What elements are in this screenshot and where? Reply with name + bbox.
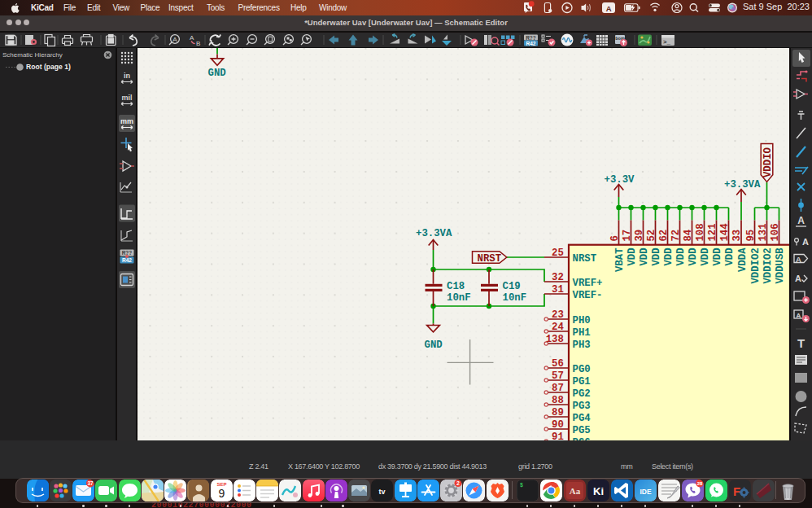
svg-text:89: 89 — [552, 407, 564, 418]
svg-text:VDDIO: VDDIO — [762, 147, 774, 177]
svg-text:91: 91 — [552, 431, 564, 440]
svg-text:39: 39 — [634, 230, 645, 242]
svg-text:PH1: PH1 — [573, 327, 591, 339]
svg-text:in: in — [124, 72, 130, 80]
svg-text:A: A — [795, 274, 801, 283]
svg-text:6: 6 — [609, 235, 621, 241]
svg-text:VDD: VDD — [700, 247, 711, 265]
svg-text:52: 52 — [646, 230, 657, 242]
svg-text:NRST: NRST — [478, 253, 502, 265]
svg-text:PG1: PG1 — [573, 376, 591, 388]
svg-text:A: A — [796, 255, 801, 264]
svg-text:VDDA: VDDA — [737, 247, 749, 272]
svg-text:VBAT: VBAT — [614, 247, 626, 272]
svg-text:121: 121 — [707, 223, 718, 241]
svg-text:57: 57 — [552, 370, 564, 382]
svg-text:PG4: PG4 — [573, 413, 592, 424]
svg-text:PG3: PG3 — [573, 401, 591, 412]
svg-text:VDD: VDD — [675, 247, 687, 265]
svg-text:2: 2 — [456, 480, 460, 486]
svg-text:87: 87 — [552, 383, 564, 394]
svg-text:B: B — [196, 40, 200, 47]
svg-text:A: A — [802, 237, 809, 247]
svg-text:A: A — [797, 215, 805, 226]
svg-text:Aa: Aa — [569, 486, 580, 496]
svg-text:>_: >_ — [663, 39, 671, 46]
svg-text:108: 108 — [695, 223, 706, 241]
svg-text:$: $ — [520, 483, 523, 488]
svg-text:25: 25 — [552, 247, 564, 259]
svg-text:144: 144 — [719, 223, 731, 242]
svg-text:9: 9 — [218, 487, 225, 500]
svg-text:A: A — [797, 312, 801, 319]
svg-text:mm: mm — [120, 117, 133, 125]
svg-text:VREF+: VREF+ — [573, 278, 603, 289]
svg-text:IDE: IDE — [640, 488, 652, 496]
svg-text:VDDUSB: VDDUSB — [775, 247, 786, 284]
svg-text:72: 72 — [670, 230, 682, 242]
svg-text:VREF-: VREF- — [573, 290, 603, 301]
svg-text:95: 95 — [745, 230, 757, 242]
svg-text:A: A — [172, 36, 177, 43]
svg-text:mil: mil — [121, 94, 132, 102]
svg-text:tv: tv — [379, 488, 386, 496]
svg-text:PH3: PH3 — [573, 339, 591, 351]
svg-text:PG0: PG0 — [573, 364, 591, 375]
svg-text:R??: R?? — [122, 250, 133, 256]
svg-text:VDD: VDD — [663, 247, 674, 265]
svg-text:62: 62 — [658, 230, 670, 242]
svg-text:VDD: VDD — [724, 247, 736, 265]
svg-text:31: 31 — [552, 284, 564, 296]
svg-text:VDD: VDD — [626, 247, 638, 265]
svg-text:23: 23 — [552, 309, 564, 321]
svg-text:+3.3V: +3.3V — [605, 174, 635, 186]
svg-text:28: 28 — [696, 481, 702, 486]
svg-text:33: 33 — [731, 230, 743, 242]
svg-text:37: 37 — [87, 480, 94, 486]
svg-text:+3.3VA: +3.3VA — [416, 228, 452, 239]
svg-text:10nF: 10nF — [447, 292, 471, 304]
svg-text:C19: C19 — [503, 281, 521, 292]
svg-text:PG5: PG5 — [573, 425, 591, 436]
svg-text:R42: R42 — [526, 41, 536, 46]
svg-text:A: A — [190, 34, 194, 42]
svg-text:17: 17 — [622, 230, 633, 242]
svg-text:VDD: VDD — [639, 247, 650, 265]
svg-text:VDD: VDD — [712, 247, 723, 265]
svg-text:32: 32 — [552, 272, 564, 283]
svg-text:C18: C18 — [447, 281, 465, 292]
svg-text:VDD: VDD — [688, 247, 699, 265]
svg-text:A: A — [606, 4, 612, 13]
svg-text:GND: GND — [425, 339, 443, 351]
svg-text:PG2: PG2 — [573, 388, 591, 400]
svg-text:Ki: Ki — [593, 485, 604, 497]
svg-text:VDDIO2: VDDIO2 — [750, 247, 762, 283]
svg-text:24: 24 — [552, 322, 564, 333]
svg-text:106: 106 — [770, 223, 781, 241]
svg-text:88: 88 — [552, 395, 564, 406]
svg-text:138: 138 — [546, 334, 564, 345]
svg-text:GND: GND — [208, 68, 226, 79]
svg-text:R??: R?? — [526, 35, 536, 41]
svg-text:R42: R42 — [122, 257, 132, 263]
svg-text:90: 90 — [552, 419, 564, 431]
svg-text:131: 131 — [757, 223, 769, 241]
svg-text:VDDIO2: VDDIO2 — [762, 247, 774, 283]
svg-text:VDD: VDD — [651, 247, 662, 265]
svg-text:PH0: PH0 — [573, 315, 591, 326]
svg-text:56: 56 — [552, 358, 564, 370]
svg-text:NRST: NRST — [573, 253, 597, 265]
svg-text:F: F — [733, 484, 740, 498]
svg-text:10nF: 10nF — [503, 292, 527, 304]
svg-text:T: T — [797, 336, 805, 350]
svg-text:84: 84 — [683, 229, 694, 241]
svg-text:+3.3VA: +3.3VA — [724, 179, 761, 190]
